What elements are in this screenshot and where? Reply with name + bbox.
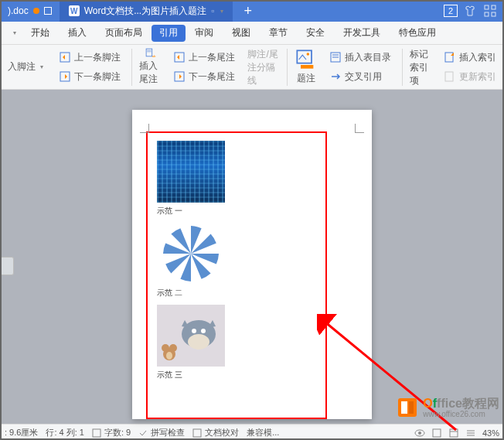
- status-position[interactable]: : 9.6厘米: [5, 427, 38, 438]
- status-rowcol[interactable]: 行: 4 列: 1: [46, 427, 84, 438]
- status-compat[interactable]: 兼容模...: [247, 427, 279, 438]
- endnote-prev-icon: [173, 51, 186, 63]
- footnote-next-icon: [59, 70, 71, 83]
- insert-footnote-button[interactable]: 入脚注▾: [5, 59, 46, 75]
- watermark-url: www.office26.com: [423, 410, 499, 418]
- svg-rect-38: [450, 429, 458, 437]
- figure-2[interactable]: 示范 二: [157, 223, 316, 298]
- view-print-icon[interactable]: [431, 428, 442, 438]
- image-3[interactable]: [157, 305, 225, 367]
- figure-toc-icon: [329, 51, 342, 63]
- prev-footnote-button[interactable]: 上一条脚注: [56, 49, 124, 66]
- svg-point-15: [306, 53, 309, 56]
- menu-bar: ▾ 开始 插入 页面布局 引用 审阅 视图 章节 安全 开发工具 特色应用: [0, 22, 504, 45]
- doc-icon: [92, 428, 101, 438]
- caption-1: 示范 一: [157, 206, 316, 217]
- menu-review[interactable]: 审阅: [186, 22, 223, 44]
- crossref-button[interactable]: 交叉引用: [326, 69, 394, 85]
- update-index-button[interactable]: 更新索引: [441, 69, 499, 85]
- svg-point-31: [166, 352, 172, 360]
- view-web-icon[interactable]: [448, 428, 459, 438]
- figure-3[interactable]: 示范 三: [157, 305, 316, 380]
- wps-word-icon: W: [69, 5, 80, 16]
- margin-corner-icon: [355, 124, 364, 133]
- watermark-logo: Offfice教程网 www.office26.com: [395, 395, 499, 420]
- zoom-level[interactable]: 43%: [482, 428, 499, 438]
- margin-corner-icon: [140, 124, 149, 133]
- button-label: 插入表目录: [345, 51, 391, 64]
- mark-index-button[interactable]: 标记索引项: [405, 46, 436, 87]
- next-endnote-button[interactable]: 下一条尾注: [170, 69, 238, 85]
- button-label: 插入尾注: [139, 60, 161, 86]
- insert-endnote-button[interactable]: ab 插入尾注: [135, 46, 165, 87]
- caption-3: 示范 三: [157, 370, 316, 380]
- svg-rect-23: [445, 72, 453, 81]
- button-label: 更新索引: [459, 70, 496, 84]
- caption-button[interactable]: 题注: [291, 46, 322, 87]
- svg-rect-2: [485, 12, 489, 16]
- titlebar-actions: [464, 5, 504, 17]
- cat-icon: [175, 311, 222, 353]
- separator-line-button[interactable]: 脚注/尾注分隔线: [243, 46, 284, 87]
- prev-endnote-button[interactable]: 上一条尾注: [170, 49, 238, 66]
- menu-chapter[interactable]: 章节: [260, 22, 297, 44]
- menu-layout[interactable]: 页面布局: [96, 22, 152, 44]
- tab-label: ).doc: [8, 5, 29, 16]
- insert-index-button[interactable]: 插入索引: [441, 49, 499, 66]
- doc-tab-active[interactable]: W Word文档技...为图片插入题注 ▫ ▾: [60, 0, 233, 22]
- office-logo-icon: [395, 395, 420, 420]
- mouse-icon: [160, 339, 179, 362]
- tab-label: Word文档技...为图片插入题注: [84, 5, 206, 18]
- svg-rect-45: [409, 401, 414, 414]
- document-page[interactable]: 示范 一: [132, 110, 372, 419]
- tab-status-icon: [44, 7, 52, 15]
- unsaved-dot-icon: [33, 8, 39, 14]
- tab-status-icon: ▫: [211, 5, 214, 16]
- button-label: 脚注/尾注分隔线: [247, 48, 279, 87]
- svg-point-36: [418, 431, 421, 435]
- view-eye-icon[interactable]: [414, 428, 425, 438]
- new-tab-button[interactable]: +: [233, 3, 263, 19]
- menu-view[interactable]: 视图: [223, 22, 260, 44]
- check-icon: [138, 428, 148, 438]
- watermark-title: Offfice教程网: [423, 397, 499, 411]
- skin-icon[interactable]: [464, 5, 476, 17]
- menu-devtools[interactable]: 开发工具: [334, 22, 390, 44]
- image-2[interactable]: [157, 223, 225, 285]
- svg-rect-22: [445, 53, 453, 62]
- doc-tab-inactive[interactable]: ).doc: [0, 0, 60, 22]
- proof-icon: [192, 428, 202, 438]
- menu-security[interactable]: 安全: [297, 22, 334, 44]
- status-wordcount[interactable]: 字数: 9: [92, 427, 131, 438]
- button-label: 上一条尾注: [189, 51, 235, 64]
- menu-insert[interactable]: 插入: [59, 22, 96, 44]
- button-label: 入脚注: [8, 60, 36, 73]
- menu-special[interactable]: 特色应用: [390, 22, 445, 44]
- image-1[interactable]: [157, 141, 225, 203]
- grid-icon[interactable]: [484, 5, 496, 17]
- side-panel-toggle[interactable]: [0, 257, 14, 275]
- status-bar: : 9.6厘米 行: 4 列: 1 字数: 9 拼写检查 文档校对 兼容模...…: [0, 424, 504, 440]
- tab-dropdown-icon: ▾: [220, 8, 223, 15]
- svg-rect-34: [193, 429, 201, 437]
- title-bar: ).doc W Word文档技...为图片插入题注 ▫ ▾ + 2: [0, 0, 504, 22]
- next-footnote-button[interactable]: 下一条脚注: [56, 69, 124, 85]
- status-spellcheck[interactable]: 拼写检查: [138, 427, 185, 438]
- svg-text:ab: ab: [152, 54, 156, 58]
- status-doccheck[interactable]: 文档校对: [192, 427, 239, 438]
- button-label: 插入索引: [459, 51, 496, 64]
- view-outline-icon[interactable]: [465, 428, 476, 438]
- file-menu-dropdown[interactable]: ▾: [6, 26, 22, 41]
- svg-point-25: [188, 334, 209, 350]
- endnote-next-icon: [173, 70, 186, 83]
- svg-rect-16: [301, 65, 313, 69]
- tab-count-badge[interactable]: 2: [444, 5, 458, 17]
- menu-reference[interactable]: 引用: [152, 25, 186, 42]
- svg-point-29: [162, 344, 169, 352]
- figure-1[interactable]: 示范 一: [157, 141, 316, 217]
- insert-figure-toc-button[interactable]: 插入表目录: [326, 49, 394, 66]
- svg-rect-44: [401, 401, 407, 414]
- document-workspace[interactable]: 示范 一: [0, 90, 504, 424]
- svg-rect-1: [492, 5, 495, 9]
- menu-start[interactable]: 开始: [22, 22, 59, 44]
